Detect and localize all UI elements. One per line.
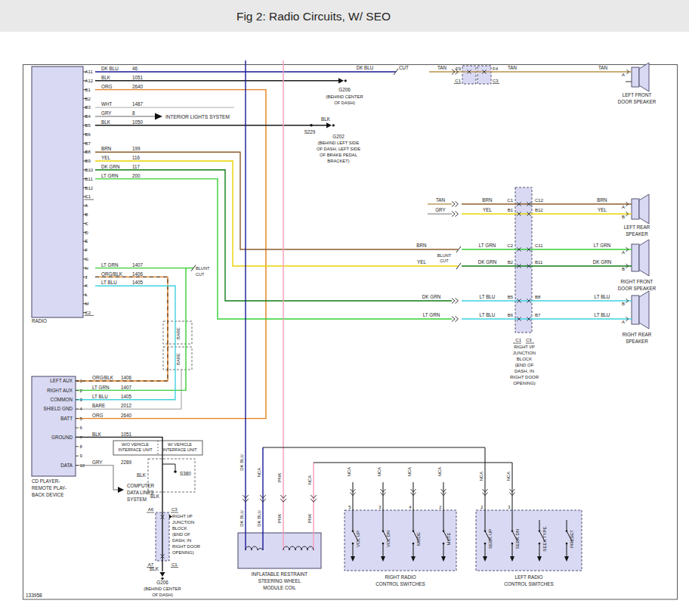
switch-bank-label: CONTROL SWITCHES: [375, 581, 425, 587]
wire-color-label: BRN: [482, 197, 493, 203]
speaker-magnet: [632, 296, 639, 324]
connector-pin-label: A6: [148, 507, 154, 512]
switch-label: SEEK DN: [515, 529, 520, 549]
system-link-label: COMPUTER: [127, 483, 154, 488]
blunt-cut-label: BLUNT: [437, 253, 452, 258]
radio-pin-id: B1: [85, 88, 91, 92]
system-link-label: INTERIOR LIGHTS SYSTEM: [165, 114, 230, 119]
doc-number: 133958: [26, 593, 42, 598]
switch-pin-number: 3: [508, 505, 510, 509]
wire-circuit-label: 1407: [132, 262, 144, 268]
radio-pin-id: B9: [85, 159, 91, 163]
junction-pin-label: C12: [535, 198, 544, 203]
radio-pin-id: C: [85, 221, 89, 226]
radio-pin-id: G: [85, 257, 89, 262]
switch-pin-number: 5: [348, 505, 351, 509]
cd-pin-id: 10: [80, 463, 85, 468]
speaker-name: LEFT FRONT: [623, 92, 652, 98]
nca-label: NCA: [407, 467, 412, 476]
junction-block-label: DASH, IN: [514, 369, 534, 373]
wire-color-label: ORG: [92, 413, 103, 418]
junction-pin-label: B1: [508, 208, 514, 212]
wire-color-label: GRY: [435, 207, 446, 212]
wire-circuit-label: 2640: [132, 84, 144, 89]
wire-color-label: DK GRN: [422, 294, 441, 299]
switch-label: SEEK UP: [488, 529, 493, 549]
connector-id-label: C3: [493, 79, 499, 83]
wire-color-label: LT BLU: [480, 312, 496, 317]
wire-color-label: BRN: [416, 243, 427, 248]
wire-color-label: BLK: [101, 75, 111, 80]
switch-label: VOL DN: [386, 531, 391, 547]
junction-pin-label: B6: [508, 313, 514, 317]
splice-label: S229: [304, 129, 316, 135]
cd-pin-label: GROUND: [51, 435, 73, 440]
wire-color-label: TAN: [436, 197, 446, 203]
splice-label: S380: [180, 471, 191, 476]
wire-color-label: YEL: [483, 207, 492, 212]
speaker-cone: [639, 240, 649, 276]
junction-pin-label: B11: [535, 260, 543, 265]
speaker-name: RIGHT REAR: [623, 332, 652, 337]
radio-pin-id: J: [85, 275, 88, 280]
wire-circuit-label: 200: [132, 173, 141, 178]
radio-pin-id: B6: [85, 132, 91, 137]
wire-color-label: BLK: [137, 472, 147, 478]
page: Fig 2: Radio Circuits, W/ SEO 133958 A L…: [0, 0, 689, 616]
wire-circuit-label: 2640: [121, 413, 132, 418]
nca-label: NCA: [377, 467, 382, 476]
radio-pin-id: M: [85, 302, 89, 306]
radio-pin-id: F: [85, 248, 88, 252]
speaker-pin-label: A: [622, 320, 625, 324]
junction-block-label: RIGHT I/P: [514, 345, 535, 349]
right-switches-box: [344, 510, 456, 571]
cd-player-label: CD PLAYER-: [32, 478, 60, 484]
radio-pin-id: B10: [85, 168, 94, 172]
nca-label: NCA: [506, 472, 511, 481]
radio-pin-id: A11: [85, 70, 94, 74]
wire-color-label: BARE: [92, 403, 105, 408]
radio-pin-id: B2: [85, 97, 91, 101]
wire-color-label: PNK: [307, 514, 312, 523]
speaker-name: LEFT REAR: [624, 224, 650, 230]
ground-location-label: OF DASH): [334, 101, 355, 105]
junction-block-label: DASH, IN: [172, 538, 191, 543]
cut-label: CUT: [399, 65, 409, 70]
wire-color-label: LT BLU: [480, 294, 496, 299]
wire-color-label: BLK: [150, 566, 159, 571]
coil-label: STEERING WHEEL: [258, 578, 301, 583]
junction-block-label: BLOCK: [517, 357, 532, 361]
radio-pin-id: K: [85, 283, 88, 288]
switch-label: SEEK TYPE: [542, 526, 547, 551]
wire-color-label: GRY: [101, 110, 112, 116]
interface-option-label: INTERFACE UNIT: [118, 447, 153, 452]
connector-id-label: C1: [515, 338, 521, 342]
wire-color-label: LT BLU: [101, 280, 117, 285]
wire-circuit-label: 1406: [121, 375, 132, 380]
radio-pin-id: B5: [85, 123, 91, 128]
radio-pin-id: C2: [85, 311, 91, 315]
speaker-pin-label: A: [622, 250, 625, 255]
junction-block-label: OPENING): [513, 381, 536, 385]
ground-location-label: (BEHIND CENTER: [326, 94, 363, 99]
speaker-name: RIGHT FRONT: [621, 279, 653, 284]
wire-color-label: DK BLU: [239, 454, 244, 471]
speaker-name: DOOR SPEAKER: [618, 99, 657, 104]
cd-pin-label: LEFT AUX: [50, 378, 73, 383]
wire-color-label: TAN: [508, 65, 518, 70]
switch-label: MODE: [416, 532, 421, 546]
speaker-magnet: [632, 67, 639, 87]
junction-pin-label: B7: [535, 313, 541, 317]
wire-color-label: ORG: [101, 84, 112, 89]
wire-circuit-label: 8: [132, 110, 135, 116]
junction-block-label: OPENING): [172, 550, 194, 555]
radio-pin-id: B11: [85, 177, 94, 181]
connector-id-label: C1: [455, 79, 461, 83]
wire-color-label: DK BLU: [357, 65, 374, 70]
cd-pin-label: SHIELD GND: [44, 406, 73, 411]
wire-color-label: DK BLU: [239, 510, 244, 527]
speaker-pin-label: B: [622, 215, 625, 219]
wire-circuit-label: 1407: [121, 385, 132, 390]
switch-pin-number: 2: [439, 505, 441, 509]
wire-color-label: TAN: [598, 65, 608, 70]
